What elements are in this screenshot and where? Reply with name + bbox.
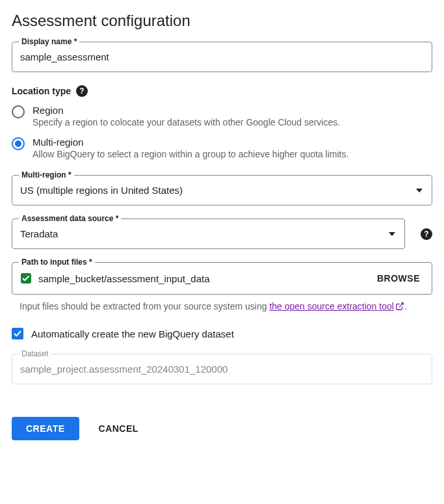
bucket-valid-icon [20, 272, 32, 284]
radio-region-desc: Specify a region to colocate your datase… [33, 117, 340, 127]
multi-region-field[interactable]: Multi-region * US (multiple regions in U… [12, 175, 432, 206]
input-path-help: Input files should be extracted from you… [20, 300, 432, 315]
display-name-field[interactable]: Display name * [12, 42, 432, 72]
auto-create-checkbox[interactable] [12, 328, 23, 339]
help-icon[interactable]: ? [421, 228, 432, 240]
radio-multi-region-input[interactable] [12, 137, 25, 150]
radio-multi-region-title: Multi-region [33, 137, 348, 148]
page-title: Assessment configuration [12, 12, 432, 30]
dataset-label: Dataset [19, 349, 51, 358]
radio-option-region[interactable]: Region Specify a region to colocate your… [12, 105, 432, 127]
radio-multi-region-desc: Allow BigQuery to select a region within… [33, 149, 348, 159]
input-path-field[interactable]: Path to input files * sample_bucket/asse… [12, 262, 432, 295]
dataset-input [12, 354, 432, 384]
radio-option-multi-region[interactable]: Multi-region Allow BigQuery to select a … [12, 137, 432, 159]
external-link-icon [395, 301, 404, 315]
location-type-label: Location type ? [12, 85, 432, 97]
input-path-value: sample_bucket/assessment_input_data [38, 273, 367, 284]
input-path-label: Path to input files * [19, 258, 95, 267]
chevron-down-icon[interactable] [407, 189, 432, 192]
display-name-input[interactable] [12, 42, 432, 72]
help-icon[interactable]: ? [76, 85, 88, 97]
svg-line-1 [399, 303, 403, 307]
data-source-field[interactable]: Assessment data source * Teradata [12, 219, 405, 249]
multi-region-value: US (multiple regions in United States) [12, 176, 407, 205]
data-source-value: Teradata [12, 219, 380, 248]
browse-button[interactable]: BROWSE [373, 271, 424, 286]
location-type-radio-group: Region Specify a region to colocate your… [12, 105, 432, 159]
radio-region-title: Region [33, 105, 340, 116]
chevron-down-icon[interactable] [380, 232, 404, 236]
location-type-text: Location type [12, 86, 71, 96]
extraction-tool-link[interactable]: the open source extraction tool [269, 301, 404, 312]
create-button[interactable]: CREATE [12, 417, 79, 440]
auto-create-row[interactable]: Automatically create the new BigQuery da… [12, 328, 432, 339]
input-path-help-prefix: Input files should be extracted from you… [20, 301, 269, 312]
input-path-help-suffix: . [404, 301, 407, 312]
multi-region-label: Multi-region * [19, 170, 74, 179]
dataset-field: Dataset [12, 354, 432, 384]
action-bar: CREATE CANCEL [12, 417, 432, 440]
data-source-label: Assessment data source * [19, 214, 121, 223]
auto-create-label: Automatically create the new BigQuery da… [31, 328, 234, 339]
display-name-label: Display name * [19, 37, 79, 46]
radio-region-input[interactable] [12, 105, 25, 118]
cancel-button[interactable]: CANCEL [95, 423, 142, 434]
